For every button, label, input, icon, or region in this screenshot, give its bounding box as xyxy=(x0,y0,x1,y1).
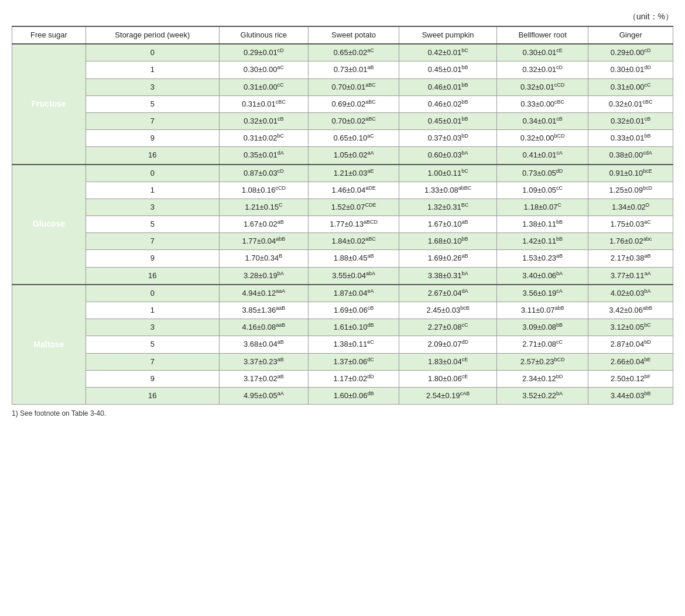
value-cell: 0.73±0.05dD xyxy=(497,165,588,182)
week-cell: 16 xyxy=(85,387,219,404)
value-cell: 0.31±0.01cBC xyxy=(219,95,308,112)
value-cell: 3.38±0.31bA xyxy=(399,267,497,285)
value-cell: 1.38±0.11eC xyxy=(308,336,399,353)
value-cell: 0.31±0.00cC xyxy=(588,78,673,95)
week-cell: 9 xyxy=(85,250,219,267)
value-cell: 1.08±0.16cCD xyxy=(219,182,308,199)
value-cell: 2.27±0.08cC xyxy=(399,319,497,336)
table-row: 70.32±0.01cB0.70±0.02aBC0.45±0.01bB0.34±… xyxy=(12,112,673,129)
value-cell: 0.70±0.02aBC xyxy=(308,112,399,129)
value-cell: 3.17±0.02aB xyxy=(219,370,308,387)
value-cell: 1.83±0.04cE xyxy=(399,353,497,370)
value-cell: 0.33±0.00cBC xyxy=(497,95,588,112)
week-cell: 1 xyxy=(85,61,219,78)
header-ginger: Ginger xyxy=(588,26,673,44)
value-cell: 0.34±0.01cB xyxy=(497,112,588,129)
week-cell: 16 xyxy=(85,267,219,285)
value-cell: 2.17±0.38aB xyxy=(588,250,673,267)
value-cell: 3.56±0.19cA xyxy=(497,285,588,302)
table-row: 73.37±0.23aB1.37±0.06dC1.83±0.04cE2.57±0… xyxy=(12,353,673,370)
value-cell: 0.70±0.01aBC xyxy=(308,78,399,95)
value-cell: 1.76±0.02abc xyxy=(588,233,673,250)
week-cell: 0 xyxy=(85,285,219,302)
value-cell: 1.46±0.04aDE xyxy=(308,182,399,199)
value-cell: 1.38±0.11bB xyxy=(497,216,588,233)
table-row: 10.30±0.00aC0.73±0.01aB0.45±0.01bB0.32±0… xyxy=(12,61,673,78)
value-cell: 2.71±0.08cC xyxy=(497,336,588,353)
value-cell: 0.46±0.02bB xyxy=(399,95,497,112)
unit-label: （unit：%） xyxy=(12,12,673,22)
value-cell: 0.30±0.00aC xyxy=(219,61,308,78)
value-cell: 0.32±0.01cB xyxy=(219,112,308,129)
table-row: 163.28±0.19bA3.55±0.04abA3.38±0.31bA3.40… xyxy=(12,267,673,285)
value-cell: 1.42±0.11bB xyxy=(497,233,588,250)
value-cell: 1.34±0.02D xyxy=(588,199,673,215)
value-cell: 0.73±0.01aB xyxy=(308,61,399,78)
value-cell: 1.88±0.45aB xyxy=(308,250,399,267)
value-cell: 1.67±0.10aB xyxy=(399,216,497,233)
value-cell: 0.38±0.00cdA xyxy=(588,147,673,165)
value-cell: 0.32±0.00bCD xyxy=(497,130,588,147)
value-cell: 1.69±0.26aB xyxy=(399,250,497,267)
value-cell: 3.42±0.06abB xyxy=(588,302,673,319)
week-cell: 5 xyxy=(85,95,219,112)
table-row: Maltose04.94±0.12aaA1.87±0.04eA2.67±0.04… xyxy=(12,285,673,302)
value-cell: 1.05±0.02aA xyxy=(308,147,399,165)
value-cell: 0.33±0.01bB xyxy=(588,130,673,147)
value-cell: 1.33±0.08abBC xyxy=(399,182,497,199)
value-cell: 2.50±0.12bF xyxy=(588,370,673,387)
table-row: 51.67±0.02aB1.77±0.13aBCD1.67±0.10aB1.38… xyxy=(12,216,673,233)
value-cell: 0.35±0.01dA xyxy=(219,147,308,165)
value-cell: 1.09±0.05cC xyxy=(497,182,588,199)
table-row: 50.31±0.01cBC0.69±0.02aBC0.46±0.02bB0.33… xyxy=(12,95,673,112)
value-cell: 0.37±0.03bD xyxy=(399,130,497,147)
week-cell: 0 xyxy=(85,44,219,61)
header-free-sugar: Free sugar xyxy=(12,26,86,44)
value-cell: 1.70±0.34B xyxy=(219,250,308,267)
week-cell: 9 xyxy=(85,370,219,387)
header-sweet-potato: Sweet potato xyxy=(308,26,399,44)
value-cell: 3.12±0.05bC xyxy=(588,319,673,336)
value-cell: 0.87±0.03cD xyxy=(219,165,308,182)
value-cell: 3.44±0.03bB xyxy=(588,387,673,404)
value-cell: 1.68±0.10bB xyxy=(399,233,497,250)
value-cell: 3.28±0.19bA xyxy=(219,267,308,285)
value-cell: 1.17±0.02dD xyxy=(308,370,399,387)
value-cell: 2.87±0.04bD xyxy=(588,336,673,353)
week-cell: 9 xyxy=(85,130,219,147)
value-cell: 4.95±0.05aA xyxy=(219,387,308,404)
value-cell: 0.69±0.02aBC xyxy=(308,95,399,112)
value-cell: 1.75±0.03aC xyxy=(588,216,673,233)
value-cell: 4.02±0.03bA xyxy=(588,285,673,302)
value-cell: 3.68±0.04aB xyxy=(219,336,308,353)
table-row: 11.08±0.16cCD1.46±0.04aDE1.33±0.08abBC1.… xyxy=(12,182,673,199)
value-cell: 3.55±0.04abA xyxy=(308,267,399,285)
table-row: Fructose00.29±0.01cD0.65±0.02aC0.42±0.01… xyxy=(12,44,673,61)
table-row: 31.21±0.15C1.52±0.07CDE1.32±0.31BC1.18±0… xyxy=(12,199,673,215)
value-cell: 1.00±0.11bC xyxy=(399,165,497,182)
value-cell: 3.77±0.11aA xyxy=(588,267,673,285)
value-cell: 3.52±0.22bA xyxy=(497,387,588,404)
value-cell: 0.30±0.01dD xyxy=(588,61,673,78)
header-bellflower-root: Bellflower root xyxy=(497,26,588,44)
week-cell: 1 xyxy=(85,182,219,199)
value-cell: 2.09±0.07dD xyxy=(399,336,497,353)
value-cell: 0.32±0.01cB xyxy=(588,112,673,129)
table-row: 91.70±0.34B1.88±0.45aB1.69±0.26aB1.53±0.… xyxy=(12,250,673,267)
value-cell: 0.60±0.03bA xyxy=(399,147,497,165)
value-cell: 0.45±0.01bB xyxy=(399,61,497,78)
value-cell: 0.31±0.00cC xyxy=(219,78,308,95)
value-cell: 3.40±0.06bA xyxy=(497,267,588,285)
value-cell: 1.77±0.13aBCD xyxy=(308,216,399,233)
value-cell: 2.54±0.19cAB xyxy=(399,387,497,404)
value-cell: 1.80±0.06cE xyxy=(399,370,497,387)
week-cell: 7 xyxy=(85,353,219,370)
value-cell: 1.52±0.07CDE xyxy=(308,199,399,215)
value-cell: 0.91±0.10bcE xyxy=(588,165,673,182)
value-cell: 3.11±0.07abB xyxy=(497,302,588,319)
value-cell: 3.37±0.23aB xyxy=(219,353,308,370)
sugar-label-cell: Maltose xyxy=(12,285,86,405)
table-row: 34.16±0.08aaB1.61±0.10dB2.27±0.08cC3.09±… xyxy=(12,319,673,336)
value-cell: 0.31±0.02bC xyxy=(219,130,308,147)
value-cell: 1.61±0.10dB xyxy=(308,319,399,336)
